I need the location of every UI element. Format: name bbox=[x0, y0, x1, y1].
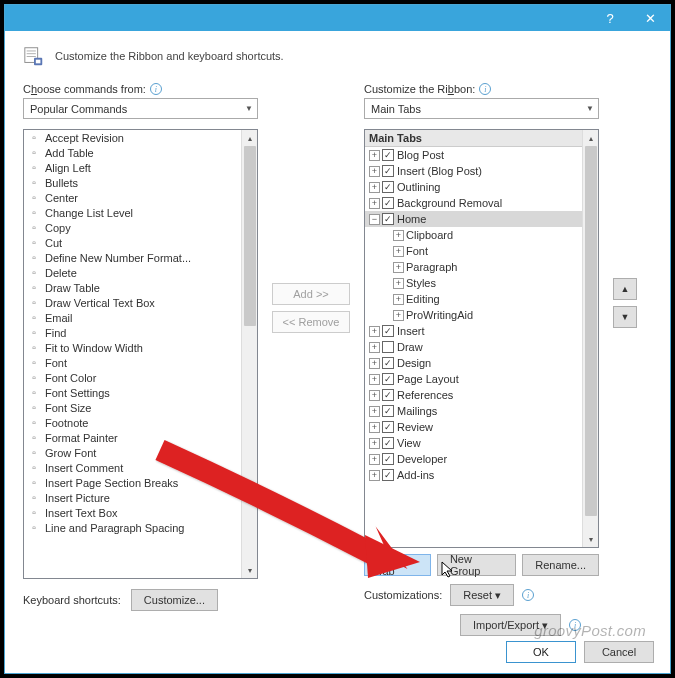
checkbox[interactable]: ✓ bbox=[382, 165, 394, 177]
info-icon[interactable]: i bbox=[479, 83, 491, 95]
list-item[interactable]: ▫Insert Comment bbox=[24, 460, 257, 475]
expand-icon[interactable]: + bbox=[369, 374, 380, 385]
tree-node[interactable]: +Editing bbox=[365, 291, 598, 307]
commands-listbox[interactable]: ▫Accept Revision▫Add Table▸▫Align Left▫B… bbox=[23, 129, 258, 579]
checkbox[interactable]: ✓ bbox=[382, 405, 394, 417]
new-group-button[interactable]: New Group bbox=[437, 554, 516, 576]
new-tab-button[interactable]: New Tab bbox=[364, 554, 431, 576]
checkbox[interactable]: ✓ bbox=[382, 213, 394, 225]
help-button[interactable]: ? bbox=[590, 5, 630, 31]
list-item[interactable]: ▫Center bbox=[24, 190, 257, 205]
list-item[interactable]: ▫Insert Text Box▸ bbox=[24, 505, 257, 520]
list-item[interactable]: ▫Align Left bbox=[24, 160, 257, 175]
customize-button[interactable]: Customize... bbox=[131, 589, 218, 611]
checkbox[interactable]: ✓ bbox=[382, 373, 394, 385]
checkbox[interactable]: ✓ bbox=[382, 357, 394, 369]
expand-icon[interactable]: − bbox=[369, 214, 380, 225]
checkbox[interactable]: ✓ bbox=[382, 453, 394, 465]
expand-icon[interactable]: + bbox=[369, 406, 380, 417]
list-item[interactable]: ▫Accept Revision bbox=[24, 130, 257, 145]
tree-node[interactable]: −✓Home bbox=[365, 211, 598, 227]
reset-button[interactable]: Reset ▾ bbox=[450, 584, 514, 606]
list-item[interactable]: ▫Delete bbox=[24, 265, 257, 280]
list-item[interactable]: ▫Change List Level▸ bbox=[24, 205, 257, 220]
tree-node[interactable]: +✓Insert (Blog Post) bbox=[365, 163, 598, 179]
list-item[interactable]: ▫Cut bbox=[24, 235, 257, 250]
expand-icon[interactable]: + bbox=[393, 246, 404, 257]
scrollbar[interactable]: ▴ ▾ bbox=[241, 130, 257, 578]
tree-node[interactable]: +✓Mailings bbox=[365, 403, 598, 419]
tree-node[interactable]: +Font bbox=[365, 243, 598, 259]
expand-icon[interactable]: + bbox=[369, 422, 380, 433]
tree-node[interactable]: +✓Background Removal bbox=[365, 195, 598, 211]
tree-node[interactable]: +Paragraph bbox=[365, 259, 598, 275]
close-button[interactable]: ✕ bbox=[630, 5, 670, 31]
expand-icon[interactable]: + bbox=[393, 278, 404, 289]
checkbox[interactable]: ✓ bbox=[382, 197, 394, 209]
checkbox[interactable]: ✓ bbox=[382, 149, 394, 161]
expand-icon[interactable]: + bbox=[369, 358, 380, 369]
info-icon[interactable]: i bbox=[150, 83, 162, 95]
ribbon-tree[interactable]: Main Tabs +✓Blog Post+✓Insert (Blog Post… bbox=[364, 129, 599, 548]
list-item[interactable]: ▫Bullets‣▾ bbox=[24, 175, 257, 190]
expand-icon[interactable]: + bbox=[369, 166, 380, 177]
scroll-thumb[interactable] bbox=[244, 146, 256, 326]
expand-icon[interactable]: + bbox=[369, 150, 380, 161]
expand-icon[interactable]: + bbox=[369, 390, 380, 401]
tree-node[interactable]: +Draw bbox=[365, 339, 598, 355]
list-item[interactable]: ▫Insert Picture bbox=[24, 490, 257, 505]
list-item[interactable]: ▫Font Settings bbox=[24, 385, 257, 400]
scroll-up-icon[interactable]: ▴ bbox=[242, 130, 258, 146]
checkbox[interactable] bbox=[382, 341, 394, 353]
tree-node[interactable]: +✓Developer bbox=[365, 451, 598, 467]
checkbox[interactable]: ✓ bbox=[382, 469, 394, 481]
list-item[interactable]: ▫Grow Font bbox=[24, 445, 257, 460]
tree-node[interactable]: +✓View bbox=[365, 435, 598, 451]
checkbox[interactable]: ✓ bbox=[382, 181, 394, 193]
checkbox[interactable]: ✓ bbox=[382, 437, 394, 449]
list-item[interactable]: ▫Footnote bbox=[24, 415, 257, 430]
tree-node[interactable]: +✓Insert bbox=[365, 323, 598, 339]
tree-node[interactable]: +✓Outlining bbox=[365, 179, 598, 195]
tree-node[interactable]: +ProWritingAid bbox=[365, 307, 598, 323]
expand-icon[interactable]: + bbox=[369, 326, 380, 337]
list-item[interactable]: ▫Define New Number Format... bbox=[24, 250, 257, 265]
list-item[interactable]: ▫Copy bbox=[24, 220, 257, 235]
commands-from-combo[interactable]: Popular Commands ▼ bbox=[23, 98, 258, 119]
expand-icon[interactable]: + bbox=[369, 438, 380, 449]
tree-node[interactable]: +✓Review bbox=[365, 419, 598, 435]
checkbox[interactable]: ✓ bbox=[382, 389, 394, 401]
tree-node[interactable]: +Clipboard bbox=[365, 227, 598, 243]
list-item[interactable]: ▫Find bbox=[24, 325, 257, 340]
list-item[interactable]: ▫Add Table▸ bbox=[24, 145, 257, 160]
tree-node[interactable]: +✓Design bbox=[365, 355, 598, 371]
expand-icon[interactable]: + bbox=[369, 342, 380, 353]
expand-icon[interactable]: + bbox=[369, 198, 380, 209]
list-item[interactable]: ▫Font‣▾ bbox=[24, 355, 257, 370]
list-item[interactable]: ▫Fit to Window Width bbox=[24, 340, 257, 355]
scroll-up-icon[interactable]: ▴ bbox=[583, 130, 599, 146]
ok-button[interactable]: OK bbox=[506, 641, 576, 663]
ribbon-scope-combo[interactable]: Main Tabs ▼ bbox=[364, 98, 599, 119]
list-item[interactable]: ▫Email bbox=[24, 310, 257, 325]
expand-icon[interactable]: + bbox=[369, 470, 380, 481]
list-item[interactable]: ▫Font Color‣▾ bbox=[24, 370, 257, 385]
scroll-thumb[interactable] bbox=[585, 146, 597, 516]
scrollbar[interactable]: ▴ ▾ bbox=[582, 130, 598, 547]
list-item[interactable]: ▫Font Size‣▾ bbox=[24, 400, 257, 415]
expand-icon[interactable]: + bbox=[369, 182, 380, 193]
list-item[interactable]: ▫Draw Table bbox=[24, 280, 257, 295]
expand-icon[interactable]: + bbox=[393, 230, 404, 241]
list-item[interactable]: ▫Draw Vertical Text Box bbox=[24, 295, 257, 310]
cancel-button[interactable]: Cancel bbox=[584, 641, 654, 663]
expand-icon[interactable]: + bbox=[393, 310, 404, 321]
tree-node[interactable]: +✓Page Layout bbox=[365, 371, 598, 387]
scroll-down-icon[interactable]: ▾ bbox=[583, 531, 599, 547]
rename-button[interactable]: Rename... bbox=[522, 554, 599, 576]
move-down-button[interactable]: ▼ bbox=[613, 306, 637, 328]
expand-icon[interactable]: + bbox=[393, 262, 404, 273]
list-item[interactable]: ▫Insert Page Section Breaks▸ bbox=[24, 475, 257, 490]
list-item[interactable]: ▫Format Painter bbox=[24, 430, 257, 445]
info-icon[interactable]: i bbox=[522, 589, 534, 601]
expand-icon[interactable]: + bbox=[393, 294, 404, 305]
